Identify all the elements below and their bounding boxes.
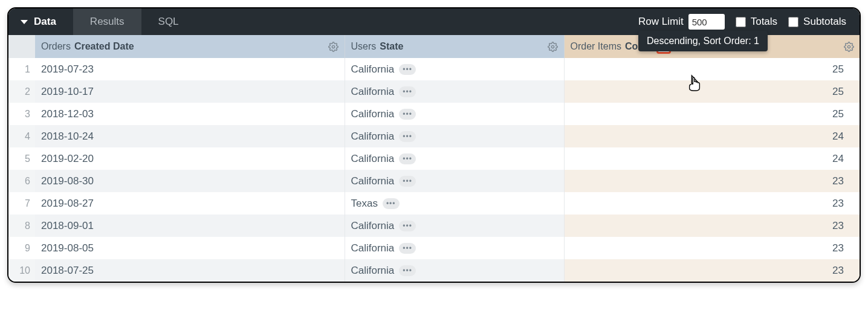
column-header-orders-created-date[interactable]: Orders Created Date bbox=[35, 35, 345, 58]
ellipsis-icon[interactable]: ••• bbox=[399, 86, 416, 97]
cell-count[interactable]: 24 bbox=[564, 125, 860, 147]
cell-created-date[interactable]: 2019-02-20 bbox=[35, 147, 345, 170]
table-row: 72019-08-27Texas•••23 bbox=[8, 192, 860, 215]
cell-state-value: California bbox=[351, 153, 395, 165]
cell-count[interactable]: 23 bbox=[564, 237, 860, 259]
table-row: 32018-12-03California•••25 bbox=[8, 103, 860, 125]
header-bar: Data Results SQL Row Limit Totals Subtot… bbox=[8, 8, 860, 35]
table-row: 12019-07-23California•••25 bbox=[8, 58, 860, 80]
cell-created-date[interactable]: 2018-07-25 bbox=[35, 259, 345, 282]
table-row: 92019-08-05California•••23 bbox=[8, 237, 860, 259]
tab-results[interactable]: Results bbox=[73, 8, 141, 35]
tab-data-label: Data bbox=[34, 16, 56, 28]
gear-icon[interactable] bbox=[843, 40, 855, 53]
ellipsis-icon[interactable]: ••• bbox=[399, 221, 416, 231]
tab-data[interactable]: Data bbox=[8, 8, 73, 35]
cell-state[interactable]: California••• bbox=[345, 237, 564, 259]
row-number: 5 bbox=[8, 147, 35, 170]
cell-state[interactable]: California••• bbox=[345, 215, 564, 237]
row-limit-label: Row Limit bbox=[638, 16, 684, 28]
subtotals-checkbox[interactable] bbox=[788, 17, 798, 27]
cell-state[interactable]: California••• bbox=[345, 58, 564, 80]
cell-count[interactable]: 25 bbox=[564, 103, 860, 125]
ellipsis-icon[interactable]: ••• bbox=[399, 131, 416, 142]
ellipsis-icon[interactable]: ••• bbox=[399, 109, 416, 120]
results-table: Orders Created Date Users State bbox=[8, 35, 860, 282]
cell-created-date[interactable]: 2019-08-27 bbox=[35, 192, 345, 215]
row-number: 7 bbox=[8, 192, 35, 215]
cell-state-value: California bbox=[351, 175, 395, 187]
gear-icon[interactable] bbox=[547, 40, 559, 53]
cell-count[interactable]: 23 bbox=[564, 192, 860, 215]
table-row: 102018-07-25California•••23 bbox=[8, 259, 860, 282]
cell-state-value: Texas bbox=[351, 198, 378, 210]
cell-count[interactable]: 24 bbox=[564, 147, 860, 170]
caret-down-icon bbox=[21, 20, 28, 24]
cell-state-value: California bbox=[351, 108, 395, 120]
cell-state[interactable]: California••• bbox=[345, 103, 564, 125]
sort-tooltip: Descending, Sort Order: 1 bbox=[638, 31, 768, 51]
cell-count[interactable]: 23 bbox=[564, 215, 860, 237]
ellipsis-icon[interactable]: ••• bbox=[399, 265, 416, 276]
header-controls: Row Limit Totals Subtotals Descending, S… bbox=[638, 14, 860, 30]
row-number: 2 bbox=[8, 80, 35, 103]
gear-icon[interactable] bbox=[328, 40, 340, 53]
col-items-prefix: Order Items bbox=[571, 41, 621, 52]
row-limit-input[interactable] bbox=[688, 14, 725, 30]
cell-count[interactable]: 23 bbox=[564, 259, 860, 282]
row-number: 1 bbox=[8, 58, 35, 80]
cell-created-date[interactable]: 2019-08-30 bbox=[35, 170, 345, 192]
cell-state-value: California bbox=[351, 220, 395, 232]
cell-state[interactable]: California••• bbox=[345, 147, 564, 170]
totals-checkbox[interactable] bbox=[736, 17, 746, 27]
row-limit-group: Row Limit bbox=[638, 14, 725, 30]
col-users-field: State bbox=[380, 41, 403, 52]
cell-created-date[interactable]: 2019-10-17 bbox=[35, 80, 345, 103]
column-header-users-state[interactable]: Users State bbox=[345, 35, 564, 58]
svg-point-1 bbox=[551, 45, 554, 48]
cell-count[interactable]: 23 bbox=[564, 170, 860, 192]
svg-point-0 bbox=[332, 45, 334, 48]
cell-state-value: California bbox=[351, 265, 395, 277]
cell-state[interactable]: Texas••• bbox=[345, 192, 564, 215]
cell-state[interactable]: California••• bbox=[345, 259, 564, 282]
ellipsis-icon[interactable]: ••• bbox=[399, 64, 416, 75]
cell-created-date[interactable]: 2019-07-23 bbox=[35, 58, 345, 80]
table-row: 62019-08-30California•••23 bbox=[8, 170, 860, 192]
cell-count[interactable]: 25 bbox=[564, 80, 860, 103]
data-panel: Data Results SQL Row Limit Totals Subtot… bbox=[7, 7, 861, 283]
tab-results-label: Results bbox=[90, 16, 125, 28]
subtotals-checkbox-group[interactable]: Subtotals bbox=[788, 16, 846, 28]
cell-created-date[interactable]: 2018-10-24 bbox=[35, 125, 345, 147]
col-orders-prefix: Orders bbox=[41, 41, 71, 52]
row-number: 3 bbox=[8, 103, 35, 125]
totals-checkbox-group[interactable]: Totals bbox=[736, 16, 777, 28]
ellipsis-icon[interactable]: ••• bbox=[383, 198, 400, 209]
cell-state[interactable]: California••• bbox=[345, 170, 564, 192]
cell-state[interactable]: California••• bbox=[345, 125, 564, 147]
tab-sql[interactable]: SQL bbox=[141, 8, 196, 35]
ellipsis-icon[interactable]: ••• bbox=[399, 176, 416, 187]
table-row: 52019-02-20California•••24 bbox=[8, 147, 860, 170]
ellipsis-icon[interactable]: ••• bbox=[399, 243, 416, 254]
ellipsis-icon[interactable]: ••• bbox=[399, 153, 416, 164]
tab-sql-label: SQL bbox=[158, 16, 179, 28]
table-row: 22019-10-17California•••25 bbox=[8, 80, 860, 103]
cell-created-date[interactable]: 2019-08-05 bbox=[35, 237, 345, 259]
cell-created-date[interactable]: 2018-12-03 bbox=[35, 103, 345, 125]
rownum-header bbox=[8, 35, 35, 58]
row-number: 6 bbox=[8, 170, 35, 192]
table-row: 42018-10-24California•••24 bbox=[8, 125, 860, 147]
cell-created-date[interactable]: 2018-09-01 bbox=[35, 215, 345, 237]
cell-state-value: California bbox=[351, 86, 395, 98]
col-users-prefix: Users bbox=[351, 41, 377, 52]
row-number: 10 bbox=[8, 259, 35, 282]
row-number: 9 bbox=[8, 237, 35, 259]
cell-count[interactable]: 25 bbox=[564, 58, 860, 80]
cell-state-value: California bbox=[351, 63, 395, 76]
col-orders-field: Created Date bbox=[74, 41, 134, 52]
cell-state-value: California bbox=[351, 131, 395, 143]
totals-label: Totals bbox=[751, 16, 777, 28]
cell-state[interactable]: California••• bbox=[345, 80, 564, 103]
table-row: 82018-09-01California•••23 bbox=[8, 215, 860, 237]
